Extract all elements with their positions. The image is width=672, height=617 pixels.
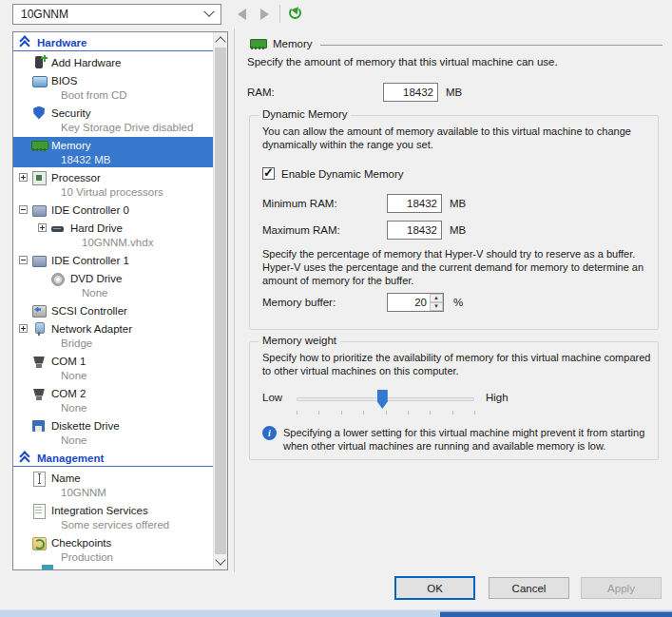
- info-icon: [262, 426, 277, 440]
- maximum-ram-unit: MB: [450, 224, 466, 236]
- memory-settings-panel: Memory Specify the amount of memory that…: [234, 29, 672, 572]
- dynamic-memory-description: You can allow the amount of memory avail…: [262, 125, 654, 151]
- collapse-double-chevron-icon: [19, 37, 29, 48]
- scroll-down-icon[interactable]: [215, 554, 225, 565]
- security-shield-icon: [31, 106, 48, 121]
- vm-selector-combobox[interactable]: 10GNNM: [12, 4, 221, 25]
- sidebar-item-security[interactable]: Security Key Storage Drive disabled: [13, 105, 213, 135]
- sidebar-item-sublabel: Some services offered: [13, 518, 213, 532]
- vm-selector-value: 10GNNM: [21, 8, 68, 21]
- sidebar-item-dvd-drive[interactable]: DVD Drive None: [13, 270, 213, 300]
- bios-icon: [31, 73, 48, 88]
- cancel-button[interactable]: Cancel: [489, 577, 569, 599]
- sidebar-item-sublabel: 10 Virtual processors: [13, 185, 213, 200]
- sidebar-item-processor[interactable]: Processor 10 Virtual processors: [13, 169, 213, 200]
- section-header-management[interactable]: Management: [13, 450, 213, 467]
- memory-buffer-label: Memory buffer:: [262, 297, 336, 308]
- collapse-minus-icon[interactable]: [19, 256, 28, 264]
- memory-weight-group: Memory weight Specify how to prioritize …: [249, 341, 659, 460]
- background-window-edge: [0, 609, 672, 617]
- sidebar-item-com2[interactable]: COM 2 None: [13, 385, 213, 415]
- expand-plus-icon[interactable]: [19, 173, 28, 182]
- memory-weight-slider-thumb[interactable]: [377, 390, 388, 409]
- ram-input[interactable]: [383, 83, 438, 102]
- toolbar-separator: [279, 5, 280, 23]
- sidebar-item-ide-controller-1[interactable]: IDE Controller 1: [13, 252, 213, 268]
- add-hardware-icon: [31, 55, 48, 70]
- maximum-ram-input[interactable]: [387, 221, 442, 240]
- ram-label: RAM:: [247, 87, 275, 98]
- dynamic-memory-group-title: Dynamic Memory: [259, 108, 351, 120]
- sidebar-item-checkpoints[interactable]: Checkpoints Production: [13, 534, 213, 565]
- memory-weight-info-text: Specifying a lower setting for this virt…: [283, 426, 656, 453]
- maximum-ram-label: Maximum RAM:: [262, 224, 340, 236]
- sidebar-item-com1[interactable]: COM 1 None: [13, 353, 213, 383]
- spin-down-icon[interactable]: ▼: [430, 302, 443, 311]
- scsi-controller-icon: [31, 303, 48, 318]
- collapse-minus-icon[interactable]: [19, 205, 28, 214]
- sidebar-item-network-adapter[interactable]: Network Adapter Bridge: [13, 320, 213, 351]
- apply-button[interactable]: Apply: [581, 577, 662, 599]
- memory-icon: [250, 36, 266, 51]
- memory-weight-slider[interactable]: [297, 397, 474, 401]
- ok-button[interactable]: OK: [394, 576, 475, 600]
- integration-services-icon: [31, 503, 48, 518]
- sidebar-item-sublabel: 18432 MB: [13, 153, 213, 167]
- sidebar-item-sublabel: None: [13, 369, 213, 383]
- back-arrow-icon[interactable]: [238, 9, 246, 20]
- sidebar-item-sublabel: Production: [13, 550, 213, 565]
- memory-intro-text: Specify the amount of memory that this v…: [247, 56, 558, 67]
- sidebar-item-sublabel: None: [13, 286, 213, 300]
- section-header-hardware[interactable]: Hardware: [13, 34, 213, 51]
- name-icon: [31, 471, 48, 486]
- sidebar-item-ide-controller-0[interactable]: IDE Controller 0: [13, 202, 213, 218]
- sidebar-item-sublabel: 10GNNM: [13, 486, 213, 500]
- sidebar-scrollbar[interactable]: [213, 32, 227, 569]
- com-port-icon: [31, 386, 48, 401]
- memory-weight-description: Specify how to prioritize the availabili…: [262, 351, 658, 377]
- minimum-ram-unit: MB: [450, 198, 466, 209]
- spin-up-icon[interactable]: ▲: [430, 294, 443, 302]
- clipped-item-icon: [42, 565, 53, 569]
- processor-icon: [31, 170, 48, 185]
- minimum-ram-input[interactable]: [387, 194, 442, 213]
- expand-plus-icon[interactable]: [38, 223, 47, 232]
- sidebar-item-diskette-drive[interactable]: Diskette Drive None: [13, 417, 213, 448]
- sidebar-item-memory[interactable]: Memory 18432 MB: [13, 137, 213, 167]
- sidebar-item-integration-services[interactable]: Integration Services Some services offer…: [13, 502, 213, 532]
- ram-unit-label: MB: [446, 87, 462, 98]
- dvd-drive-icon: [50, 271, 67, 286]
- settings-navigation-list: Hardware Add Hardware BIOS Boot from CD …: [12, 31, 228, 570]
- dynamic-memory-group: Dynamic Memory You can allow the amount …: [249, 115, 659, 330]
- sidebar-item-sublabel: Key Storage Drive disabled: [13, 121, 213, 135]
- ide-controller-icon: [31, 253, 48, 268]
- header-rule: [320, 45, 662, 46]
- memory-weight-group-title: Memory weight: [259, 335, 340, 346]
- sidebar-item-sublabel: None: [13, 401, 213, 415]
- background-window-edge-dark: [440, 611, 672, 617]
- memory-icon: [31, 138, 48, 153]
- refresh-icon[interactable]: [289, 7, 301, 19]
- panel-header: Memory: [250, 36, 662, 51]
- minimum-ram-label: Minimum RAM:: [262, 198, 337, 209]
- com-port-icon: [31, 354, 48, 369]
- network-adapter-icon: [31, 321, 48, 337]
- hard-drive-icon: [50, 221, 67, 236]
- expand-plus-icon[interactable]: [19, 324, 28, 333]
- scroll-up-icon[interactable]: [215, 36, 225, 47]
- sidebar-item-bios[interactable]: BIOS Boot from CD: [13, 72, 213, 103]
- sidebar-item-sublabel: None: [13, 434, 213, 448]
- memory-buffer-unit: %: [453, 297, 463, 308]
- slider-ticks: [297, 411, 474, 415]
- panel-title: Memory: [273, 38, 313, 49]
- sidebar-item-add-hardware[interactable]: Add Hardware: [13, 54, 213, 70]
- enable-dynamic-memory-checkbox[interactable]: [262, 167, 275, 180]
- forward-arrow-icon[interactable]: [260, 9, 269, 20]
- diskette-drive-icon: [31, 418, 48, 434]
- sidebar-item-name[interactable]: Name 10GNNM: [13, 470, 213, 500]
- memory-buffer-description: Specify the percentage of memory that Hy…: [262, 247, 656, 287]
- sidebar-item-scsi-controller[interactable]: SCSI Controller: [13, 302, 213, 318]
- scrollbar-thumb[interactable]: [215, 48, 226, 554]
- sidebar-item-hard-drive[interactable]: Hard Drive 10GNNM.vhdx: [13, 220, 213, 250]
- sidebar-item-sublabel: Boot from CD: [13, 88, 213, 103]
